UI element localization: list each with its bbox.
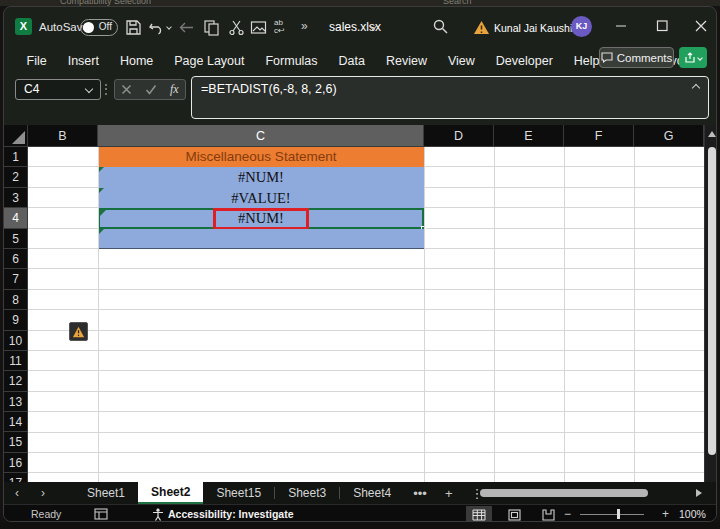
- row-header-17[interactable]: 17: [4, 473, 28, 482]
- comments-button[interactable]: Comments: [599, 47, 674, 68]
- translate-bottom-text: c: [274, 26, 278, 35]
- formula-input[interactable]: =BETADIST(6,-8, 8, 2,6): [191, 76, 709, 119]
- cancel-icon[interactable]: [121, 84, 132, 95]
- column-header-f[interactable]: F: [564, 125, 634, 147]
- cell-c5[interactable]: [98, 229, 424, 249]
- cut-icon[interactable]: [228, 19, 245, 36]
- formula-text: =BETADIST(6,-8, 8, 2,6): [201, 82, 337, 96]
- red-highlight-box: [213, 208, 309, 230]
- name-box[interactable]: C4: [15, 79, 101, 100]
- zoom-out-icon[interactable]: −: [564, 507, 571, 521]
- sheet-tab-sheet1[interactable]: Sheet1: [74, 482, 138, 504]
- column-header-d[interactable]: D: [424, 125, 494, 147]
- ribbon-tab-view[interactable]: View: [437, 54, 485, 68]
- row-header-4[interactable]: 4: [4, 208, 28, 228]
- cell-c3[interactable]: #VALUE!: [98, 188, 424, 208]
- column-header-c[interactable]: C: [98, 125, 424, 147]
- translate-icon[interactable]: ab c↩: [274, 19, 292, 36]
- ribbon-tab-page-layout[interactable]: Page Layout: [164, 54, 255, 68]
- normal-view-button[interactable]: [466, 506, 492, 522]
- ribbon-tab-home[interactable]: Home: [109, 54, 163, 68]
- ribbon-tab-file[interactable]: File: [16, 54, 57, 68]
- formula-bar-buttons: fx: [114, 79, 186, 100]
- horizontal-scrollbar[interactable]: [466, 489, 690, 498]
- scroll-up-icon[interactable]: [708, 131, 716, 137]
- select-all-corner[interactable]: [4, 125, 28, 147]
- search-icon[interactable]: [432, 18, 449, 35]
- row-header-7[interactable]: 7: [4, 269, 28, 289]
- ribbon-tab-data[interactable]: Data: [328, 54, 375, 68]
- copy-icon[interactable]: [203, 19, 220, 36]
- select-all-icon: [12, 131, 25, 144]
- row-header-16[interactable]: 16: [4, 453, 28, 473]
- column-header-g[interactable]: G: [634, 125, 704, 147]
- column-header-b[interactable]: B: [28, 125, 98, 147]
- accessibility-status[interactable]: Accessibility: Investigate: [168, 508, 293, 520]
- sheet-tabs: Sheet1Sheet2Sheet15Sheet3Sheet4: [74, 482, 404, 504]
- row-header-1[interactable]: 1: [4, 147, 28, 167]
- ribbon-tab-formulas[interactable]: Formulas: [255, 54, 328, 68]
- cells-area[interactable]: Miscellaneous Statement #NUM! #VALUE! #N…: [28, 147, 704, 482]
- more-sheets-icon[interactable]: •••: [404, 486, 436, 501]
- cell-c2[interactable]: #NUM!: [98, 167, 424, 187]
- share-button[interactable]: [679, 47, 707, 68]
- row-header-9[interactable]: 9: [4, 310, 28, 330]
- gridline: [424, 147, 425, 482]
- warning-icon[interactable]: [473, 19, 490, 36]
- formula-collapse-icon[interactable]: [692, 84, 700, 92]
- close-button[interactable]: [690, 16, 712, 36]
- row-header-13[interactable]: 13: [4, 392, 28, 412]
- ribbon-tab-insert[interactable]: Insert: [57, 54, 109, 68]
- row-header-14[interactable]: 14: [4, 412, 28, 432]
- zoom-slider-thumb[interactable]: [617, 509, 620, 519]
- page-break-view-button[interactable]: [535, 506, 561, 522]
- error-trace-button[interactable]: [69, 322, 88, 341]
- zoom-level[interactable]: 100%: [679, 508, 706, 520]
- sheet-tab-sheet3[interactable]: Sheet3: [275, 482, 339, 504]
- vertical-scrollbar[interactable]: [704, 125, 717, 482]
- cell-c2-value: #NUM!: [238, 169, 284, 185]
- ribbon-tab-developer[interactable]: Developer: [485, 54, 563, 68]
- horizontal-scroll-thumb[interactable]: [480, 489, 648, 497]
- avatar[interactable]: KJ: [571, 16, 592, 37]
- column-header-e[interactable]: E: [494, 125, 564, 147]
- accessibility-icon[interactable]: [152, 508, 164, 521]
- user-name[interactable]: Kunal Jai Kaushik: [494, 22, 577, 34]
- vertical-scroll-thumb[interactable]: [708, 147, 716, 455]
- sheet-tab-sheet2[interactable]: Sheet2: [138, 482, 203, 504]
- minimize-button[interactable]: [610, 16, 632, 36]
- picture-icon[interactable]: [250, 19, 267, 36]
- hscroll-right-icon[interactable]: [696, 489, 702, 497]
- undo-icon[interactable]: [148, 19, 165, 36]
- autosave-toggle[interactable]: Off: [80, 19, 118, 36]
- row-header-8[interactable]: 8: [4, 290, 28, 310]
- sheet-nav-prev-icon[interactable]: ‹: [4, 486, 30, 500]
- zoom-in-icon[interactable]: +: [662, 507, 669, 521]
- row-header-3[interactable]: 3: [4, 188, 28, 208]
- qat-overflow-icon[interactable]: »: [301, 19, 308, 33]
- save-icon[interactable]: [125, 19, 142, 36]
- row-header-6[interactable]: 6: [4, 249, 28, 269]
- row-header-11[interactable]: 11: [4, 351, 28, 371]
- cell-reference: C4: [24, 82, 39, 96]
- insert-function-icon[interactable]: fx: [170, 82, 179, 97]
- row-header-5[interactable]: 5: [4, 229, 28, 249]
- ribbon-tab-review[interactable]: Review: [375, 54, 437, 68]
- sheet-nav-next-icon[interactable]: ›: [30, 486, 56, 500]
- macro-record-icon[interactable]: [94, 508, 108, 520]
- new-sheet-icon[interactable]: +: [436, 486, 462, 501]
- row-header-10[interactable]: 10: [4, 331, 28, 351]
- enter-icon[interactable]: [145, 84, 157, 95]
- undo-dropdown-icon[interactable]: [166, 24, 172, 30]
- row-header-15[interactable]: 15: [4, 432, 28, 452]
- cell-c4-selected[interactable]: #NUM!: [98, 208, 424, 228]
- cell-c1[interactable]: Miscellaneous Statement: [98, 147, 424, 167]
- comment-icon: [601, 52, 613, 63]
- maximize-button[interactable]: [651, 16, 673, 36]
- sheet-tab-sheet4[interactable]: Sheet4: [340, 482, 404, 504]
- row-header-12[interactable]: 12: [4, 371, 28, 391]
- zoom-slider-track[interactable]: [580, 514, 644, 515]
- page-layout-view-button[interactable]: [501, 506, 527, 522]
- sheet-tab-sheet15[interactable]: Sheet15: [203, 482, 274, 504]
- row-header-2[interactable]: 2: [4, 167, 28, 187]
